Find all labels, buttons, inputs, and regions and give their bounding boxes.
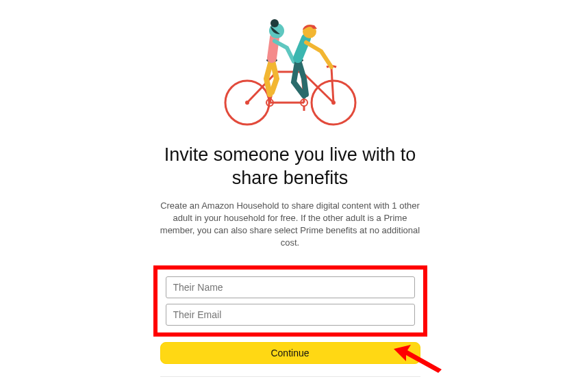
page-heading: Invite someone you live with to share be… [153,144,427,190]
invite-form-highlight [153,265,427,337]
their-name-input[interactable] [166,276,415,298]
their-email-input[interactable] [166,304,415,326]
svg-point-14 [270,19,279,27]
tandem-bike-illustration [212,14,369,130]
divider [160,376,420,377]
page-description: Create an Amazon Household to share digi… [160,200,420,250]
continue-button[interactable]: Continue [160,342,420,364]
svg-line-6 [331,68,333,103]
